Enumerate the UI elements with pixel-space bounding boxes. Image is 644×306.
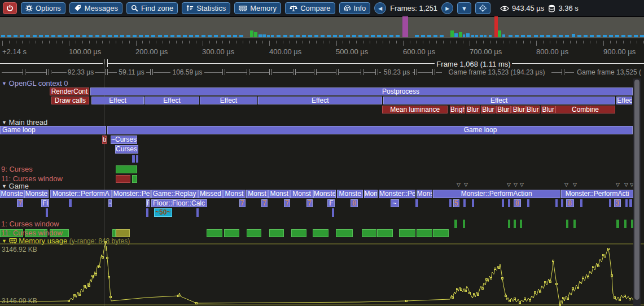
zone-mark[interactable] [247,229,262,237]
message-marker-icon[interactable]: ▽ [520,182,524,187]
zone-mark[interactable] [520,220,522,228]
zone-mark[interactable] [502,199,504,207]
statistics-button[interactable]: Statistics [182,2,230,14]
section-header-game[interactable]: ▼ Game [2,182,29,190]
zone-mark[interactable] [561,199,563,207]
zone-box[interactable]: ~50~ [154,208,172,217]
zone-box[interactable]: Monste [24,190,49,198]
zone-mark[interactable] [527,199,529,207]
zone-box[interactable]: Blur [526,106,539,113]
zone-box[interactable]: Postprocess [90,88,633,95]
subframe-separator[interactable] [49,69,49,75]
info-button[interactable]: Info [339,2,371,14]
zone-mark[interactable] [224,229,239,237]
subframe-separator[interactable] [432,69,433,75]
zone-mark[interactable] [508,199,510,207]
zone-box[interactable]: Game loop [107,126,633,134]
subframe-separator[interactable] [271,69,272,75]
message-marker-icon[interactable]: ▽ [616,182,620,187]
zone-box[interactable]: Game::Replay [151,190,198,198]
zone-box[interactable]: Blur [481,106,496,113]
zone-mark[interactable] [116,175,131,183]
subframe-separator[interactable] [46,69,47,75]
zone-box[interactable]: Monst [268,190,290,198]
subframe-separator[interactable] [338,69,339,75]
zone-box[interactable]: Draw calls [51,97,90,104]
zone-box[interactable]: Floor::Floor::Calc [151,199,207,207]
zone-box[interactable]: Mons [364,190,378,198]
zone-mark[interactable] [132,175,138,183]
subframe-separator[interactable] [225,69,225,75]
zone-box[interactable]: Blur [466,106,480,113]
message-marker-icon[interactable]: ▽ [573,182,577,187]
zone-mark[interactable] [377,229,393,237]
subframe-separator[interactable] [107,69,108,75]
zone-mark[interactable] [146,208,148,217]
zone-mark[interactable] [449,199,452,207]
zone-box[interactable]: Effect [144,97,199,104]
zone-box[interactable]: Monst [246,190,269,198]
power-button[interactable] [3,2,17,14]
zone-mark[interactable] [196,208,199,217]
subframe-separator[interactable] [363,69,363,75]
subframe-separator[interactable] [361,69,361,75]
subframe-separator[interactable] [293,69,293,75]
zone-mark[interactable] [362,229,377,237]
zone-mark[interactable] [136,155,139,163]
compare-button[interactable]: Compare [285,2,335,14]
subframe-separator[interactable] [150,69,151,75]
zone-box[interactable]: F [327,199,335,207]
zone-mark[interactable] [417,229,432,237]
subframe-separator[interactable] [435,69,435,75]
collapse-triangle-icon[interactable]: ▼ [2,183,7,189]
zone-box[interactable]: 3 [614,199,621,207]
message-marker-icon[interactable]: ▽ [514,182,518,187]
zone-mark[interactable] [332,208,334,217]
next-frame-button[interactable]: ▶ [441,2,453,14]
prev-frame-button[interactable]: ◀ [374,2,386,14]
subframe-label[interactable]: 59.11 µs [117,68,146,76]
zone-mark[interactable] [415,199,418,207]
zone-mark[interactable] [555,199,558,207]
zone-box[interactable]: Mons [417,190,432,198]
zone-box[interactable]: Effec [616,97,632,104]
message-marker-icon[interactable]: ▽ [464,182,468,187]
zone-mark[interactable] [566,220,568,228]
find-zone-button[interactable]: Find zone [126,2,178,14]
zone-mark[interactable] [313,229,328,237]
zone-box[interactable]: Effect [383,97,615,104]
goto-frame-button[interactable] [475,2,490,14]
subframe-separator[interactable] [316,69,317,75]
subframe-separator[interactable] [336,69,336,75]
zone-mark[interactable] [616,220,619,228]
options-button[interactable]: Options [21,2,65,14]
zone-box[interactable]: 8 [566,199,574,207]
subframe-label[interactable]: Game frame 13,523 (194.23 µs) [442,68,551,76]
subframe-label[interactable]: 106.59 µs [170,68,204,76]
zone-mark[interactable] [472,199,474,207]
subframe-separator[interactable] [247,69,247,75]
zone-box[interactable]: Fl [41,199,49,207]
zone-box[interactable]: Monste [313,190,336,198]
zone-mark[interactable] [609,199,611,207]
zone-box[interactable]: Blur [541,106,555,113]
messages-button[interactable]: Messages [69,2,122,14]
zone-box[interactable]: Monster::Pe [112,190,151,198]
zone-box[interactable]: Monst [290,190,313,198]
zone-box[interactable]: Blur [511,106,526,113]
subframe-separator[interactable] [314,69,314,75]
subframe-separator[interactable] [222,69,223,75]
zone-box[interactable]: Missed [198,190,223,198]
zone-mark[interactable] [69,199,72,207]
zone-box[interactable]: Mean luminance [382,106,448,113]
subframe-label[interactable]: 58.23 µs [381,68,413,76]
zone-box[interactable]: Monster::PerformA [50,190,112,198]
zone-mark[interactable] [433,229,449,237]
zone-mark[interactable] [336,229,353,237]
subframe-separator[interactable] [105,69,106,75]
collapse-triangle-icon[interactable]: ▼ [2,81,7,86]
zone-box[interactable]: Blur [496,106,511,113]
subframe-separator[interactable] [295,69,296,75]
zone-box[interactable]: Combine [555,106,615,113]
zone-box[interactable]: 5 [453,199,459,207]
